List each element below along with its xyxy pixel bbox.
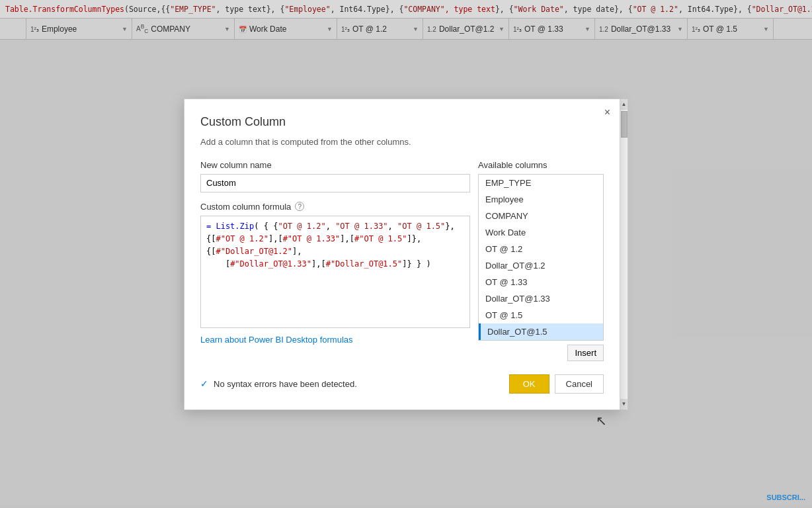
available-col-dot12[interactable]: Dollar_OT@1.2 bbox=[479, 257, 603, 274]
status-text: No syntax errors have been detected. bbox=[214, 379, 357, 389]
ok-button[interactable]: OK bbox=[509, 374, 549, 394]
available-columns-list[interactable]: EMP_TYPE Employee COMPANY Work Date OT @… bbox=[478, 174, 604, 341]
scrollbar-track[interactable] bbox=[620, 110, 628, 399]
cancel-button[interactable]: Cancel bbox=[555, 374, 604, 394]
learn-link[interactable]: Learn about Power BI Desktop formulas bbox=[200, 335, 353, 345]
available-col-employee[interactable]: Employee bbox=[479, 191, 603, 208]
new-column-name-label: New column name bbox=[200, 160, 470, 170]
available-columns-label: Available columns bbox=[478, 160, 604, 170]
dialog-right-panel: Available columns EMP_TYPE Employee COMP… bbox=[478, 160, 604, 361]
status-check: ✓ No syntax errors have been detected. bbox=[200, 378, 357, 389]
available-col-dot15[interactable]: Dollar_OT@1.5 bbox=[479, 323, 603, 340]
formula-label: Custom column formula ? bbox=[200, 202, 470, 212]
dialog-footer: ✓ No syntax errors have been detected. O… bbox=[200, 374, 604, 394]
available-col-workdate[interactable]: Work Date bbox=[479, 224, 603, 241]
dialog-subtitle: Add a column that is computed from the o… bbox=[200, 137, 604, 147]
custom-column-dialog: × Custom Column Add a column that is com… bbox=[184, 99, 620, 410]
dialog-left-panel: New column name Custom column formula ? … bbox=[200, 160, 470, 361]
formula-help-icon[interactable]: ? bbox=[295, 202, 304, 211]
available-col-company[interactable]: COMPANY bbox=[479, 208, 603, 224]
formula-display[interactable]: = List.Zip( { {"OT @ 1.2", "OT @ 1.33", … bbox=[200, 216, 470, 328]
watermark: SUBSCRI... bbox=[766, 493, 805, 501]
dialog-body: New column name Custom column formula ? … bbox=[200, 160, 604, 361]
footer-buttons: OK Cancel bbox=[509, 374, 604, 394]
available-col-emp-type[interactable]: EMP_TYPE bbox=[479, 175, 603, 191]
check-icon: ✓ bbox=[200, 378, 208, 389]
scrollbar-up-button[interactable]: ▲ bbox=[620, 99, 628, 110]
scrollbar-down-button[interactable]: ▼ bbox=[620, 399, 628, 409]
dialog-title: Custom Column bbox=[200, 115, 604, 129]
available-col-ot133[interactable]: OT @ 1.33 bbox=[479, 274, 603, 290]
dialog-close-button[interactable]: × bbox=[604, 107, 610, 118]
dialog-wrapper: × Custom Column Add a column that is com… bbox=[184, 99, 628, 410]
available-col-ot12[interactable]: OT @ 1.2 bbox=[479, 241, 603, 257]
dialog-overlay: × Custom Column Add a column that is com… bbox=[0, 0, 812, 508]
dialog-scrollbar[interactable]: ▲ ▼ bbox=[620, 99, 628, 410]
new-column-name-input[interactable] bbox=[200, 174, 470, 192]
scrollbar-thumb[interactable] bbox=[621, 111, 628, 138]
available-col-ot15[interactable]: OT @ 1.5 bbox=[479, 307, 603, 323]
insert-button[interactable]: Insert bbox=[567, 345, 604, 361]
available-col-dot133[interactable]: Dollar_OT@1.33 bbox=[479, 290, 603, 307]
